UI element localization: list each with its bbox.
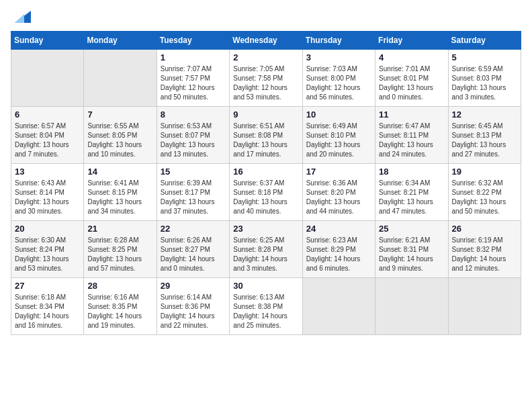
calendar-header-row: SundayMondayTuesdayWednesdayThursdayFrid… [11,32,521,50]
day-info: Sunrise: 6:28 AMSunset: 8:25 PMDaylight:… [87,236,152,273]
calendar-cell: 20Sunrise: 6:30 AMSunset: 8:24 PMDayligh… [11,221,84,278]
day-info: Sunrise: 6:39 AMSunset: 8:17 PMDaylight:… [161,179,226,216]
sunrise-text: Sunrise: 7:07 AM [161,64,226,74]
sunset-text: Sunset: 8:03 PM [452,74,517,83]
day-number: 3 [306,52,371,62]
daylight-text: Daylight: 13 hours and 13 minutes. [161,140,226,159]
daylight-text: Daylight: 13 hours and 34 minutes. [87,197,152,216]
calendar-cell [11,50,84,107]
sunset-text: Sunset: 8:11 PM [379,131,444,140]
calendar-cell: 3Sunrise: 7:03 AMSunset: 8:00 PMDaylight… [302,50,375,107]
calendar-week-row: 27Sunrise: 6:18 AMSunset: 8:34 PMDayligh… [11,278,521,335]
sunrise-text: Sunrise: 6:59 AM [452,64,517,74]
day-info: Sunrise: 7:01 AMSunset: 8:01 PMDaylight:… [379,64,444,102]
sunrise-text: Sunrise: 6:41 AM [87,179,152,188]
day-number: 19 [452,167,517,177]
sunrise-text: Sunrise: 6:37 AM [233,179,298,188]
day-info: Sunrise: 6:53 AMSunset: 8:07 PMDaylight:… [161,122,226,159]
calendar-cell: 6Sunrise: 6:57 AMSunset: 8:04 PMDaylight… [11,107,84,164]
sunrise-text: Sunrise: 6:13 AM [233,293,298,302]
daylight-text: Daylight: 12 hours and 53 minutes. [233,83,298,102]
day-info: Sunrise: 6:41 AMSunset: 8:15 PMDaylight:… [87,179,152,216]
day-number: 12 [452,109,517,120]
day-info: Sunrise: 6:36 AMSunset: 8:20 PMDaylight:… [306,179,371,216]
calendar-cell: 7Sunrise: 6:55 AMSunset: 8:05 PMDaylight… [84,107,157,164]
day-info: Sunrise: 6:25 AMSunset: 8:28 PMDaylight:… [233,236,298,273]
calendar-day-header: Tuesday [157,32,229,50]
calendar-cell: 25Sunrise: 6:21 AMSunset: 8:31 PMDayligh… [375,221,448,278]
calendar-cell: 26Sunrise: 6:19 AMSunset: 8:32 PMDayligh… [448,221,521,278]
daylight-text: Daylight: 13 hours and 44 minutes. [306,197,371,216]
day-number: 5 [452,52,517,62]
calendar-cell: 16Sunrise: 6:37 AMSunset: 8:18 PMDayligh… [230,164,302,221]
daylight-text: Daylight: 13 hours and 57 minutes. [87,255,152,273]
daylight-text: Daylight: 14 hours and 3 minutes. [233,255,298,273]
day-number: 15 [161,167,226,177]
calendar-cell: 14Sunrise: 6:41 AMSunset: 8:15 PMDayligh… [84,164,157,221]
day-number: 9 [233,109,298,120]
sunrise-text: Sunrise: 6:18 AM [15,293,80,302]
sunrise-text: Sunrise: 6:23 AM [306,236,371,245]
calendar-cell: 18Sunrise: 6:34 AMSunset: 8:21 PMDayligh… [375,164,448,221]
page-header [11,11,521,24]
calendar-cell: 27Sunrise: 6:18 AMSunset: 8:34 PMDayligh… [11,278,84,335]
sunrise-text: Sunrise: 6:49 AM [306,122,371,131]
calendar-week-row: 20Sunrise: 6:30 AMSunset: 8:24 PMDayligh… [11,221,521,278]
day-number: 1 [161,52,226,62]
calendar-body: 1Sunrise: 7:07 AMSunset: 7:57 PMDaylight… [11,50,521,335]
sunrise-text: Sunrise: 7:05 AM [233,64,298,74]
daylight-text: Daylight: 14 hours and 22 minutes. [161,312,226,330]
sunset-text: Sunset: 8:25 PM [87,245,152,255]
calendar-cell: 13Sunrise: 6:43 AMSunset: 8:14 PMDayligh… [11,164,84,221]
sunset-text: Sunset: 8:32 PM [452,245,517,255]
calendar-cell [375,278,448,335]
daylight-text: Daylight: 13 hours and 37 minutes. [161,197,226,216]
day-info: Sunrise: 6:21 AMSunset: 8:31 PMDaylight:… [379,236,444,273]
calendar-cell: 5Sunrise: 6:59 AMSunset: 8:03 PMDaylight… [448,50,521,107]
daylight-text: Daylight: 14 hours and 9 minutes. [379,255,444,273]
sunrise-text: Sunrise: 6:21 AM [379,236,444,245]
day-number: 23 [233,224,298,234]
day-number: 29 [161,281,226,291]
day-info: Sunrise: 6:57 AMSunset: 8:04 PMDaylight:… [15,122,80,159]
calendar-week-row: 1Sunrise: 7:07 AMSunset: 7:57 PMDaylight… [11,50,521,107]
sunrise-text: Sunrise: 6:30 AM [15,236,80,245]
day-info: Sunrise: 7:05 AMSunset: 7:58 PMDaylight:… [233,64,298,102]
sunrise-text: Sunrise: 6:55 AM [87,122,152,131]
daylight-text: Daylight: 14 hours and 16 minutes. [15,312,80,330]
calendar-cell: 21Sunrise: 6:28 AMSunset: 8:25 PMDayligh… [84,221,157,278]
sunset-text: Sunset: 8:00 PM [306,74,371,83]
calendar-cell: 30Sunrise: 6:13 AMSunset: 8:38 PMDayligh… [230,278,302,335]
daylight-text: Daylight: 14 hours and 12 minutes. [452,255,517,273]
day-number: 22 [161,224,226,234]
daylight-text: Daylight: 14 hours and 6 minutes. [306,255,371,273]
daylight-text: Daylight: 14 hours and 19 minutes. [87,312,152,330]
day-info: Sunrise: 6:43 AMSunset: 8:14 PMDaylight:… [15,179,80,216]
calendar-cell: 22Sunrise: 6:26 AMSunset: 8:27 PMDayligh… [157,221,229,278]
logo [11,11,31,24]
day-number: 27 [15,281,80,291]
calendar-cell: 23Sunrise: 6:25 AMSunset: 8:28 PMDayligh… [230,221,302,278]
sunrise-text: Sunrise: 6:51 AM [233,122,298,131]
daylight-text: Daylight: 12 hours and 50 minutes. [161,83,226,102]
sunset-text: Sunset: 8:08 PM [233,131,298,140]
calendar-cell: 1Sunrise: 7:07 AMSunset: 7:57 PMDaylight… [157,50,229,107]
calendar-cell: 28Sunrise: 6:16 AMSunset: 8:35 PMDayligh… [84,278,157,335]
daylight-text: Daylight: 14 hours and 25 minutes. [233,312,298,330]
day-info: Sunrise: 6:49 AMSunset: 8:10 PMDaylight:… [306,122,371,159]
day-number: 16 [233,167,298,177]
daylight-text: Daylight: 13 hours and 10 minutes. [87,140,152,159]
day-info: Sunrise: 6:55 AMSunset: 8:05 PMDaylight:… [87,122,152,159]
calendar-day-header: Wednesday [230,32,302,50]
sunrise-text: Sunrise: 6:34 AM [379,179,444,188]
day-number: 25 [379,224,444,234]
sunset-text: Sunset: 7:57 PM [161,74,226,83]
calendar-day-header: Thursday [302,32,375,50]
sunrise-text: Sunrise: 6:39 AM [161,179,226,188]
day-number: 20 [15,224,80,234]
day-info: Sunrise: 6:30 AMSunset: 8:24 PMDaylight:… [15,236,80,273]
daylight-text: Daylight: 13 hours and 53 minutes. [15,255,80,273]
day-number: 7 [87,109,152,120]
daylight-text: Daylight: 13 hours and 47 minutes. [379,197,444,216]
sunrise-text: Sunrise: 6:32 AM [452,179,517,188]
